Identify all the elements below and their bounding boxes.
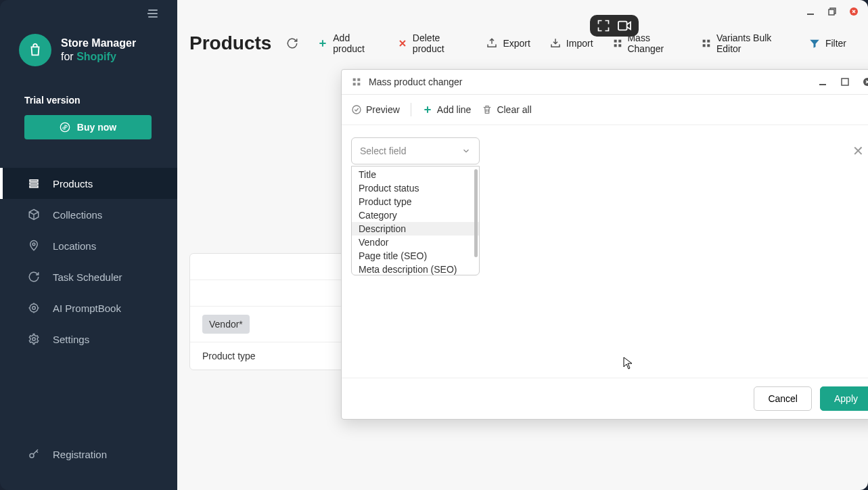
expand-icon [597, 19, 610, 32]
svg-rect-25 [357, 83, 360, 85]
toolbar-label: Export [503, 38, 530, 49]
pin-icon [27, 240, 41, 252]
preview-button[interactable]: Preview [351, 104, 400, 115]
nav-collections[interactable]: Collections [0, 199, 177, 230]
window-minimize-icon[interactable] [806, 7, 815, 16]
recording-widget[interactable] [590, 15, 639, 37]
apply-label: Apply [834, 393, 858, 404]
svg-rect-19 [707, 44, 710, 47]
gear-icon [27, 333, 41, 345]
svg-point-28 [352, 106, 361, 114]
toolbar-label: Variants Bulk Editor [716, 32, 790, 54]
menu-toggle-icon[interactable] [147, 8, 158, 20]
toolbar-label: Filter [825, 38, 846, 49]
svg-rect-1 [30, 180, 38, 181]
scrollbar[interactable] [474, 169, 478, 257]
vendor-label: Vendor* [202, 315, 250, 334]
apply-button[interactable]: Apply [820, 386, 868, 411]
logo-badge-icon [19, 34, 51, 66]
nav-label: Products [53, 178, 93, 190]
refresh-button[interactable] [282, 35, 302, 52]
page-title: Products [189, 32, 271, 54]
clear-all-label: Clear all [497, 104, 531, 115]
svg-rect-12 [614, 40, 616, 43]
filter-button[interactable]: Filter [804, 35, 850, 52]
variants-bulk-editor-button[interactable]: Variants Bulk Editor [697, 30, 794, 57]
remove-row-button[interactable]: ✕ [852, 143, 864, 159]
dropdown-option[interactable]: Description [352, 222, 479, 236]
svg-rect-18 [703, 44, 706, 47]
logo-for: for [61, 51, 76, 62]
svg-point-7 [32, 338, 36, 341]
dropdown-option[interactable]: Title [352, 168, 479, 181]
export-button[interactable]: Export [482, 35, 534, 52]
svg-rect-15 [618, 44, 621, 47]
grid-icon [351, 76, 362, 87]
record-icon [617, 20, 632, 32]
nav-label: Collections [53, 209, 102, 221]
svg-rect-16 [703, 40, 706, 43]
svg-point-8 [30, 453, 34, 458]
nav-products[interactable]: Products [0, 168, 177, 199]
add-line-label: Add line [437, 104, 472, 115]
logo: Store Manager for Shopify [0, 34, 177, 83]
svg-rect-11 [618, 22, 627, 30]
svg-rect-14 [614, 44, 616, 47]
clear-all-button[interactable]: Clear all [482, 104, 531, 115]
dropdown-option[interactable]: Product status [352, 181, 479, 195]
nav-label: Registration [53, 449, 107, 460]
cancel-button[interactable]: Cancel [754, 386, 812, 411]
trial-label: Trial version [24, 95, 160, 106]
dropdown-option[interactable]: Page title (SEO) [352, 249, 479, 263]
window-close-icon[interactable] [849, 7, 859, 16]
logo-brand: Shopify [76, 51, 116, 62]
import-button[interactable]: Import [545, 35, 597, 52]
main-area: Products Add product Delete product Expo… [177, 0, 868, 490]
nav-ai-promptbook[interactable]: AI PromptBook [0, 292, 177, 324]
nav-locations[interactable]: Locations [0, 230, 177, 261]
nav-label: Task Scheduler [53, 271, 122, 283]
svg-rect-23 [357, 79, 360, 81]
select-field-dropdown[interactable]: Select field [351, 137, 480, 164]
svg-point-4 [32, 243, 35, 246]
nav-settings[interactable]: Settings [0, 324, 177, 355]
chevron-down-icon [461, 146, 471, 156]
svg-rect-17 [707, 40, 710, 43]
key-icon [27, 448, 41, 460]
buy-now-button[interactable]: Buy now [24, 115, 152, 139]
toolbar-label: Delete product [413, 32, 467, 54]
dropdown-option[interactable]: Meta description (SEO) [352, 263, 479, 275]
toolbar-label: Add product [333, 32, 378, 54]
preview-label: Preview [366, 104, 400, 115]
refresh-icon [27, 271, 41, 283]
modal-close-icon[interactable] [863, 77, 868, 87]
svg-rect-2 [30, 183, 38, 184]
select-placeholder: Select field [360, 146, 406, 156]
add-line-button[interactable]: Add line [422, 104, 472, 115]
list-icon [27, 177, 41, 190]
sidebar: Store Manager for Shopify Trial version … [0, 0, 177, 490]
svg-rect-3 [30, 186, 38, 187]
cancel-label: Cancel [768, 393, 798, 404]
nav-registration[interactable]: Registration [0, 439, 177, 470]
cursor-icon [623, 357, 634, 373]
dropdown-option[interactable]: Vendor [352, 236, 479, 249]
product-type-label: Product type [202, 351, 256, 361]
add-product-button[interactable]: Add product [313, 30, 382, 57]
delete-product-button[interactable]: Delete product [393, 30, 471, 57]
buy-label: Buy now [77, 122, 116, 133]
nav-label: Settings [53, 334, 89, 345]
dropdown-option[interactable]: Category [352, 208, 479, 222]
nav-label: AI PromptBook [53, 303, 121, 314]
field-options-dropdown: TitleProduct statusProduct typeCategoryD… [351, 166, 480, 275]
dropdown-option[interactable]: Product type [352, 195, 479, 208]
modal-maximize-icon[interactable] [841, 77, 849, 87]
svg-rect-22 [353, 79, 356, 81]
window-restore-icon[interactable] [827, 7, 837, 16]
svg-rect-24 [353, 83, 356, 85]
mass-changer-modal: Mass product changer Preview Add line [341, 69, 868, 420]
svg-point-5 [32, 307, 36, 310]
nav-task-scheduler[interactable]: Task Scheduler [0, 261, 177, 292]
modal-title: Mass product changer [369, 76, 463, 87]
modal-minimize-icon[interactable] [818, 77, 827, 87]
